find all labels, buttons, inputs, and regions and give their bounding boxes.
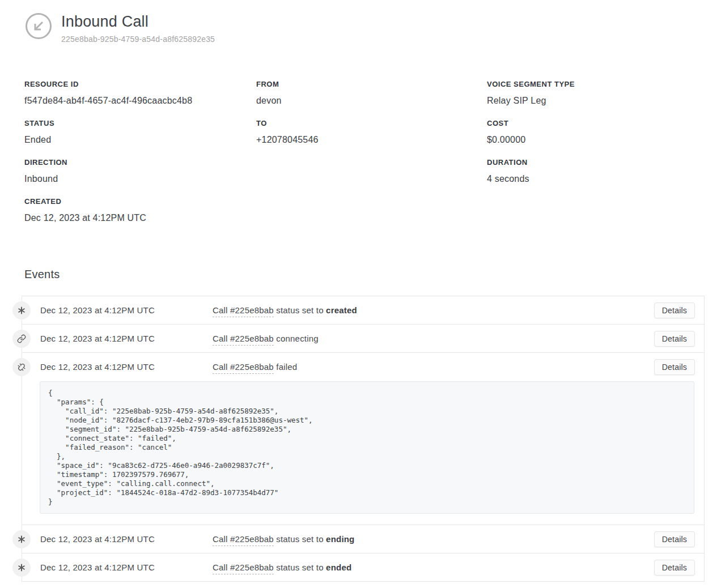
- call-link[interactable]: Call #225e8bab: [213, 563, 274, 574]
- field-label: VOICE SEGMENT TYPE: [487, 80, 697, 88]
- field-label: RESOURCE ID: [24, 80, 256, 88]
- event-payload-json: { "params": { "call_id": "225e8bab-925b-…: [40, 381, 694, 514]
- event-row: Dec 12, 2023 at 4:12PM UTC Call #225e8ba…: [22, 525, 704, 553]
- event-line: Dec 12, 2023 at 4:12PM UTC Call #225e8ba…: [22, 296, 704, 324]
- call-link[interactable]: Call #225e8bab: [213, 334, 274, 346]
- event-row: Dec 12, 2023 at 4:12PM UTC Call #225e8ba…: [22, 296, 704, 325]
- events-heading: Events: [24, 268, 721, 281]
- field-value: $0.00000: [487, 135, 697, 145]
- event-text: status set to: [274, 534, 326, 544]
- link-icon: [12, 330, 31, 348]
- field-value: Relay SIP Leg: [487, 96, 697, 106]
- event-description: Call #225e8bab status set to ended: [213, 563, 704, 572]
- details-button[interactable]: Details: [654, 531, 695, 547]
- event-text: connecting: [274, 334, 319, 343]
- field-from: FROM devon: [256, 80, 487, 119]
- field-value: 4 seconds: [487, 174, 697, 184]
- event-description: Call #225e8bab status set to ending: [213, 534, 704, 544]
- asterisk-icon: [12, 530, 31, 548]
- field-value: Dec 12, 2023 at 4:12PM UTC: [24, 213, 256, 223]
- event-text: status set to: [274, 305, 326, 315]
- field-value: devon: [256, 96, 487, 106]
- field-value: f547de84-ab4f-4657-ac4f-496caacbc4b8: [24, 96, 256, 106]
- field-resource-id: RESOURCE ID f547de84-ab4f-4657-ac4f-496c…: [24, 80, 256, 119]
- event-line: Dec 12, 2023 at 4:12PM UTC Call #225e8ba…: [22, 353, 704, 381]
- asterisk-icon: [12, 301, 31, 319]
- event-row: Dec 12, 2023 at 4:12PM UTC Call #225e8ba…: [22, 325, 704, 353]
- field-direction: DIRECTION Inbound: [24, 158, 256, 197]
- event-description: Call #225e8bab failed: [213, 362, 704, 372]
- field-created: CREATED Dec 12, 2023 at 4:12PM UTC: [24, 197, 256, 236]
- event-line: Dec 12, 2023 at 4:12PM UTC Call #225e8ba…: [22, 553, 704, 581]
- broken-link-icon: [12, 358, 31, 376]
- call-id-subtitle: 225e8bab-925b-4759-a54d-a8f625892e35: [61, 35, 215, 44]
- call-link[interactable]: Call #225e8bab: [213, 305, 274, 317]
- details-button[interactable]: Details: [654, 302, 695, 318]
- event-line: Dec 12, 2023 at 4:12PM UTC Call #225e8ba…: [22, 525, 704, 553]
- field-status: STATUS Ended: [24, 119, 256, 158]
- event-description: Call #225e8bab connecting: [213, 334, 704, 343]
- events-list: Dec 12, 2023 at 4:12PM UTC Call #225e8ba…: [22, 296, 705, 582]
- page-header: Inbound Call 225e8bab-925b-4759-a54d-a8f…: [0, 0, 721, 44]
- inbound-arrow-circle-icon: [25, 12, 52, 40]
- field-label: COST: [487, 119, 697, 127]
- details-button[interactable]: Details: [654, 359, 695, 375]
- page-title: Inbound Call: [61, 13, 215, 31]
- asterisk-icon: [12, 559, 31, 577]
- field-to: TO +12078045546: [256, 119, 487, 158]
- call-link[interactable]: Call #225e8bab: [213, 362, 274, 374]
- event-status-word: ended: [326, 563, 351, 572]
- event-timestamp: Dec 12, 2023 at 4:12PM UTC: [40, 334, 213, 343]
- field-value: Inbound: [24, 174, 256, 184]
- event-timestamp: Dec 12, 2023 at 4:12PM UTC: [40, 563, 213, 572]
- event-row: Dec 12, 2023 at 4:12PM UTC Call #225e8ba…: [22, 353, 704, 525]
- field-label: DURATION: [487, 158, 697, 167]
- details-column-2: FROM devon TO +12078045546: [256, 80, 487, 236]
- event-row: Dec 12, 2023 at 4:12PM UTC Call #225e8ba…: [22, 553, 704, 581]
- field-value: +12078045546: [256, 135, 487, 145]
- field-duration: DURATION 4 seconds: [487, 158, 697, 197]
- field-label: STATUS: [24, 119, 256, 127]
- field-voice-segment-type: VOICE SEGMENT TYPE Relay SIP Leg: [487, 80, 697, 119]
- details-column-3: VOICE SEGMENT TYPE Relay SIP Leg COST $0…: [487, 80, 697, 236]
- header-text: Inbound Call 225e8bab-925b-4759-a54d-a8f…: [61, 12, 215, 44]
- details-button[interactable]: Details: [654, 331, 695, 347]
- event-timestamp: Dec 12, 2023 at 4:12PM UTC: [40, 305, 213, 315]
- event-timestamp: Dec 12, 2023 at 4:12PM UTC: [40, 362, 213, 372]
- event-text: failed: [274, 362, 297, 372]
- field-value: Ended: [24, 135, 256, 145]
- event-text: status set to: [274, 563, 326, 572]
- field-label: CREATED: [24, 197, 256, 206]
- call-link[interactable]: Call #225e8bab: [213, 534, 274, 546]
- inbound-call-page: Inbound Call 225e8bab-925b-4759-a54d-a8f…: [0, 0, 721, 588]
- details-button[interactable]: Details: [654, 560, 695, 576]
- field-cost: COST $0.00000: [487, 119, 697, 158]
- field-label: FROM: [256, 80, 487, 88]
- field-label: TO: [256, 119, 487, 127]
- event-line: Dec 12, 2023 at 4:12PM UTC Call #225e8ba…: [22, 325, 704, 352]
- event-timestamp: Dec 12, 2023 at 4:12PM UTC: [40, 534, 213, 544]
- details-column-1: RESOURCE ID f547de84-ab4f-4657-ac4f-496c…: [24, 80, 256, 236]
- event-status-word: ending: [326, 534, 354, 544]
- event-description: Call #225e8bab status set to created: [213, 305, 704, 315]
- event-status-word: created: [326, 305, 357, 315]
- field-label: DIRECTION: [24, 158, 256, 167]
- call-details-grid: RESOURCE ID f547de84-ab4f-4657-ac4f-496c…: [24, 80, 697, 236]
